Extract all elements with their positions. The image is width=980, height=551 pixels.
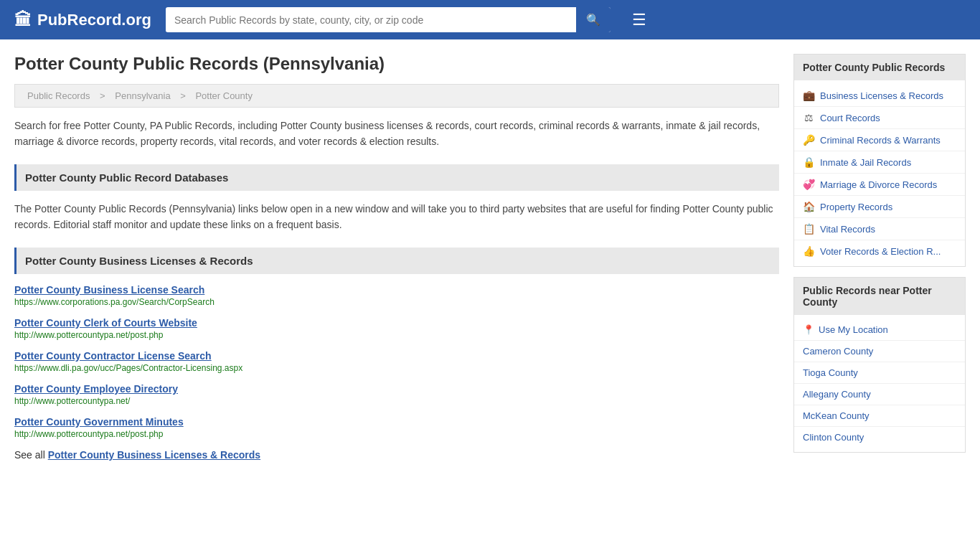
logo[interactable]: 🏛 PubRecord.org: [14, 10, 151, 30]
use-location-label: Use My Location: [819, 324, 888, 335]
sidebar-icon-3: 🔒: [803, 156, 814, 168]
link-url-2[interactable]: https://www.dli.pa.gov/ucc/Pages/Contrac…: [14, 363, 779, 373]
sidebar-use-location[interactable]: 📍Use My Location: [794, 319, 965, 341]
sidebar-icon-0: 💼: [803, 90, 814, 101]
location-icon: 📍: [803, 324, 814, 335]
sidebar-records-item-1[interactable]: ⚖Court Records: [794, 107, 965, 129]
link-item: Potter County Government Minutes http://…: [14, 416, 779, 439]
search-button[interactable]: 🔍: [576, 7, 611, 32]
sidebar-nearby-item-5[interactable]: Clinton County: [794, 427, 965, 448]
logo-text: PubRecord.org: [37, 11, 151, 29]
sidebar-nearby-header: Public Records near Potter County: [794, 278, 965, 315]
search-input[interactable]: [166, 9, 576, 32]
sidebar-icon-2: 🔑: [803, 134, 814, 146]
logo-icon: 🏛: [14, 10, 32, 30]
link-url-3[interactable]: http://www.pottercountypa.net/: [14, 396, 779, 406]
breadcrumb: Public Records > Pennsylvania > Potter C…: [14, 84, 779, 108]
link-title-0[interactable]: Potter County Business License Search: [14, 284, 204, 296]
db-description: The Potter County Public Records (Pennsy…: [14, 201, 779, 233]
business-section-heading: Potter County Business Licenses & Record…: [14, 248, 779, 274]
sidebar-icon-4: 💞: [803, 179, 814, 190]
link-title-4[interactable]: Potter County Government Minutes: [14, 416, 184, 428]
sidebar-public-records-header: Potter County Public Records: [794, 55, 965, 80]
sidebar-records-item-3[interactable]: 🔒Inmate & Jail Records: [794, 151, 965, 174]
sidebar-nearby-item-1[interactable]: Cameron County: [794, 341, 965, 362]
sidebar-public-records-box: Potter County Public Records 💼Business L…: [793, 54, 966, 267]
sidebar-nearby-item-4[interactable]: McKean County: [794, 405, 965, 427]
breadcrumb-public-records[interactable]: Public Records: [27, 90, 90, 101]
breadcrumb-pennsylvania[interactable]: Pennsylvania: [115, 90, 170, 101]
menu-button[interactable]: ☰: [632, 11, 646, 29]
link-url-0[interactable]: https://www.corporations.pa.gov/Search/C…: [14, 297, 779, 307]
main-layout: Potter County Public Records (Pennsylvan…: [0, 39, 980, 463]
sidebar-item-label-1: Court Records: [820, 113, 880, 123]
link-title-1[interactable]: Potter County Clerk of Courts Website: [14, 317, 197, 329]
sidebar: Potter County Public Records 💼Business L…: [793, 54, 966, 463]
sidebar-item-label-2: Criminal Records & Warrants: [820, 135, 941, 146]
sidebar-nearby-item-2[interactable]: Tioga County: [794, 362, 965, 384]
sidebar-records-item-2[interactable]: 🔑Criminal Records & Warrants: [794, 129, 965, 151]
sidebar-icon-5: 🏠: [803, 201, 814, 212]
sidebar-nearby-item-3[interactable]: Allegany County: [794, 384, 965, 405]
db-section-heading: Potter County Public Record Databases: [14, 164, 779, 191]
sidebar-records-item-4[interactable]: 💞Marriage & Divorce Records: [794, 174, 965, 196]
page-description: Search for free Potter County, PA Public…: [14, 118, 779, 150]
sidebar-icon-1: ⚖: [803, 112, 814, 123]
sidebar-records-item-7[interactable]: 👍Voter Records & Election R...: [794, 240, 965, 262]
link-url-4[interactable]: http://www.pottercountypa.net/post.php: [14, 429, 779, 439]
link-title-2[interactable]: Potter County Contractor License Search: [14, 350, 212, 362]
sidebar-records-items: 💼Business Licenses & Records⚖Court Recor…: [794, 80, 965, 266]
see-all-link[interactable]: Potter County Business Licenses & Record…: [48, 449, 260, 461]
sidebar-nearby-box: Public Records near Potter County 📍Use M…: [793, 277, 966, 453]
link-url-1[interactable]: http://www.pottercountypa.net/post.php: [14, 330, 779, 340]
sidebar-icon-6: 📋: [803, 223, 814, 235]
search-bar: 🔍: [166, 7, 611, 32]
sidebar-item-label-7: Voter Records & Election R...: [820, 246, 941, 257]
page-title: Potter County Public Records (Pennsylvan…: [14, 54, 779, 74]
sidebar-icon-7: 👍: [803, 245, 814, 257]
sidebar-item-label-5: Property Records: [820, 202, 892, 212]
content-area: Potter County Public Records (Pennsylvan…: [14, 54, 779, 463]
link-title-3[interactable]: Potter County Employee Directory: [14, 383, 178, 395]
link-item: Potter County Contractor License Search …: [14, 350, 779, 373]
sidebar-item-label-0: Business Licenses & Records: [820, 90, 943, 101]
sidebar-item-label-4: Marriage & Divorce Records: [820, 179, 937, 190]
sidebar-item-label-6: Vital Records: [820, 224, 875, 235]
sidebar-records-item-0[interactable]: 💼Business Licenses & Records: [794, 85, 965, 107]
breadcrumb-potter-county[interactable]: Potter County: [195, 90, 253, 101]
link-item: Potter County Clerk of Courts Website ht…: [14, 317, 779, 340]
link-item: Potter County Business License Search ht…: [14, 284, 779, 307]
sidebar-records-item-5[interactable]: 🏠Property Records: [794, 196, 965, 218]
link-item: Potter County Employee Directory http://…: [14, 383, 779, 406]
header: 🏛 PubRecord.org 🔍 ☰: [0, 0, 980, 39]
sidebar-records-item-6[interactable]: 📋Vital Records: [794, 218, 965, 240]
sidebar-item-label-3: Inmate & Jail Records: [820, 157, 911, 168]
links-container: Potter County Business License Search ht…: [14, 284, 779, 439]
sidebar-nearby-items: 📍Use My LocationCameron CountyTioga Coun…: [794, 315, 965, 452]
see-all: See all Potter County Business Licenses …: [14, 449, 779, 461]
